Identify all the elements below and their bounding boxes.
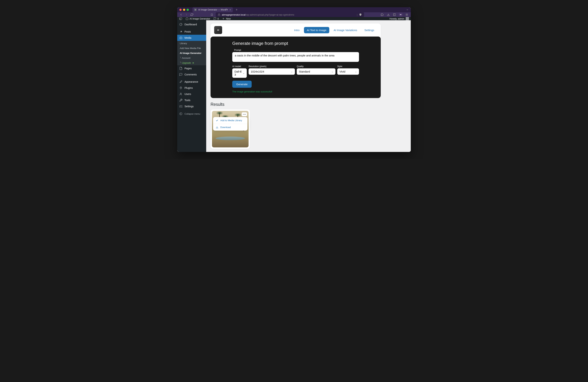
- avatar[interactable]: [406, 17, 409, 20]
- forward-button[interactable]: [185, 13, 188, 16]
- nav-variations[interactable]: AI Image Variations: [331, 27, 360, 33]
- sidebar-sub-account[interactable]: └Account: [177, 56, 206, 60]
- results-heading: Results: [210, 102, 406, 107]
- menu-icon[interactable]: [405, 13, 409, 17]
- chevron-down-icon: ⌄: [291, 70, 293, 73]
- plug-icon: [179, 86, 183, 90]
- quality-label: Quality: [297, 65, 336, 68]
- nav-intro[interactable]: Intro: [291, 27, 302, 33]
- bookmark-icon[interactable]: [210, 13, 213, 16]
- svg-point-24: [243, 114, 244, 115]
- resolution-label: Resolution (pixels): [249, 65, 295, 68]
- back-button[interactable]: [179, 13, 183, 16]
- svg-rect-1: [393, 14, 396, 16]
- nav-text-to-image[interactable]: AI Text to Image: [304, 27, 329, 33]
- traffic-lights: [179, 9, 189, 11]
- sidebar-item-tools[interactable]: Tools: [177, 97, 206, 103]
- svg-point-25: [244, 114, 245, 115]
- add-to-library-button[interactable]: Add to Media Library: [213, 117, 248, 124]
- browser-tab[interactable]: AI AI Image Generator — WordPr ×: [192, 7, 233, 12]
- howdy-text[interactable]: Howdy, admin: [390, 17, 404, 20]
- tabs-dropdown-icon[interactable]: [406, 8, 409, 11]
- chevron-down-icon: ⌄: [355, 70, 357, 73]
- success-message: The image generation was successful!: [232, 90, 359, 93]
- wrench-icon: [179, 98, 183, 102]
- sidebar-item-posts[interactable]: Posts: [177, 29, 206, 35]
- wp-logo-icon[interactable]: [179, 17, 182, 20]
- nav-settings[interactable]: Settings: [361, 27, 377, 33]
- chevron-down-icon: ⌄: [332, 70, 333, 73]
- address-bar[interactable]: aiimagegenerator.local/wp-admin/upload.p…: [216, 12, 364, 17]
- admin-sidebar: Dashboard Posts Media Library Add New Me…: [177, 20, 206, 152]
- sidebar-sub-upgrade[interactable]: └Upgrade ➤: [177, 60, 206, 65]
- pin-icon: [179, 30, 183, 33]
- sidebar-label: Users: [185, 93, 191, 96]
- site-settings-icon: [218, 13, 220, 16]
- reload-button[interactable]: [190, 13, 193, 16]
- profile-icon[interactable]: [399, 13, 402, 17]
- sidebar-item-pages[interactable]: Pages: [177, 65, 206, 72]
- download-button[interactable]: Download: [213, 124, 248, 131]
- chevron-down-icon: ⌄: [243, 72, 245, 74]
- collapse-menu-button[interactable]: Collapse menu: [177, 111, 206, 117]
- style-select[interactable]: Vivid⌄: [337, 68, 359, 75]
- svg-point-12: [181, 38, 181, 38]
- svg-point-3: [400, 14, 401, 15]
- plus-icon: [222, 17, 225, 20]
- site-name-link[interactable]: AI Image Generator: [186, 17, 210, 20]
- wp-admin-bar: AI Image Generator 0 New Howdy, admin: [177, 17, 411, 20]
- tab-title: AI Image Generator — WordPr: [198, 8, 228, 11]
- pages-icon: [179, 67, 183, 70]
- sidebar-label: Dashboard: [185, 23, 197, 26]
- sidebar-item-comments[interactable]: Comments: [177, 72, 206, 77]
- sidebar-label: Posts: [185, 30, 191, 33]
- comments-link[interactable]: 0: [213, 17, 219, 20]
- comment-icon: [213, 17, 216, 20]
- sidebar-label: Comments: [185, 73, 197, 76]
- model-select[interactable]: Dall-E 3⌄: [232, 68, 247, 78]
- sidebar-item-dashboard[interactable]: Dashboard: [177, 21, 206, 27]
- home-icon: [186, 17, 189, 20]
- brush-icon: [179, 80, 183, 83]
- brave-shield-icon[interactable]: [359, 13, 362, 16]
- card-header: AI Intro AI Text to Image AI Image Varia…: [210, 23, 381, 37]
- sidebar-toggle-icon[interactable]: [393, 13, 396, 17]
- downloads-icon[interactable]: [386, 13, 390, 17]
- sidebar-sub-add-new[interactable]: Add New Media File: [177, 46, 206, 51]
- resolution-select[interactable]: 1024x1024⌄: [249, 68, 295, 75]
- sidebar-label: Plugins: [185, 86, 193, 89]
- more-icon: [243, 114, 246, 115]
- new-tab-button[interactable]: +: [236, 8, 238, 12]
- sidebar-sub-library[interactable]: Library: [177, 41, 206, 46]
- sidebar-label: Appearance: [185, 80, 198, 83]
- sidebar-item-plugins[interactable]: Plugins: [177, 85, 206, 91]
- download-icon: [216, 126, 218, 129]
- svg-point-13: [180, 93, 181, 94]
- svg-point-4: [401, 14, 401, 15]
- check-icon: [216, 119, 218, 122]
- dashboard-icon: [179, 23, 183, 26]
- quality-select[interactable]: Standard⌄: [297, 68, 336, 75]
- prompt-input[interactable]: [232, 52, 359, 62]
- generate-panel: Generate image from prompt Prompt AI mod…: [210, 37, 381, 98]
- sidebar-item-users[interactable]: Users: [177, 91, 206, 97]
- user-icon: [179, 93, 183, 96]
- panel-title: Generate image from prompt: [232, 41, 359, 46]
- minimize-window-button[interactable]: [183, 9, 185, 11]
- new-link[interactable]: New: [222, 17, 231, 20]
- extensions-icon[interactable]: [380, 13, 384, 17]
- generate-button[interactable]: Generate: [232, 81, 252, 88]
- close-window-button[interactable]: [179, 9, 182, 11]
- sidebar-item-appearance[interactable]: Appearance: [177, 79, 206, 85]
- maximize-window-button[interactable]: [187, 9, 189, 11]
- result-menu-button[interactable]: [242, 112, 247, 116]
- style-label: Style:: [337, 65, 359, 68]
- comments-icon: [179, 73, 183, 76]
- browser-toolbar: aiimagegenerator.local/wp-admin/upload.p…: [177, 12, 411, 17]
- close-tab-icon[interactable]: ×: [230, 8, 231, 11]
- generator-card: AI Intro AI Text to Image AI Image Varia…: [210, 23, 381, 98]
- svg-point-23: [180, 113, 182, 115]
- sidebar-item-media[interactable]: Media: [177, 35, 206, 41]
- sidebar-item-settings[interactable]: Settings: [177, 103, 206, 109]
- sidebar-sub-ai-generator[interactable]: AI Image Generator: [177, 51, 206, 56]
